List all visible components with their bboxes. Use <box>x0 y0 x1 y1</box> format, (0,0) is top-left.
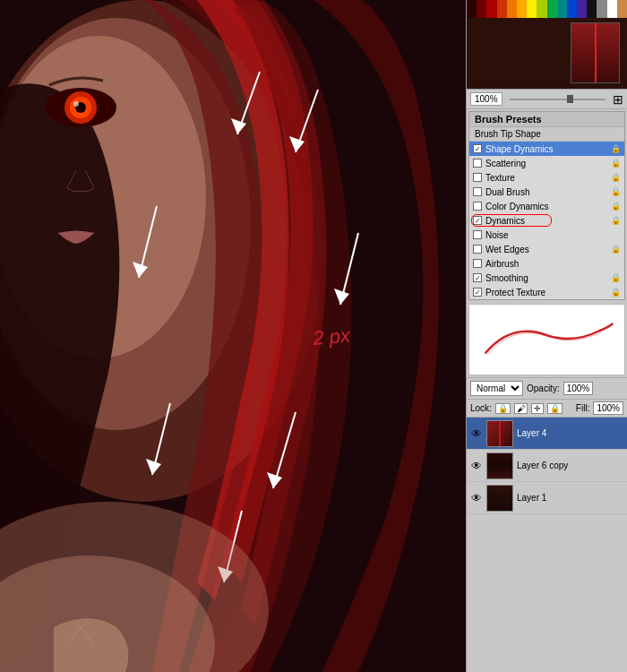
swatch-14[interactable] <box>597 0 606 18</box>
layer-name-6-copy: Layer 6 copy <box>517 461 623 470</box>
swatch-8[interactable] <box>537 0 546 18</box>
swatch-10[interactable] <box>557 0 567 18</box>
checkbox-protect-texture[interactable]: ✓ <box>473 288 482 297</box>
lock-bar: Lock: 🔒 🖌 ✛ 🔒 Fill: 100% <box>467 400 627 418</box>
brush-option-label-wet-edges: Wet Edges <box>485 245 529 254</box>
eye-icon-layer-4[interactable]: 👁 <box>470 427 483 440</box>
lock-move-icon[interactable]: ✛ <box>531 403 544 414</box>
brush-option-label-scattering: Scattering <box>485 159 526 168</box>
brush-option-other-dynamics[interactable]: ✓ Dynamics 🔒 <box>469 213 624 228</box>
checkbox-other-dynamics[interactable]: ✓ <box>473 216 482 225</box>
checkbox-color-dynamics[interactable] <box>473 202 482 211</box>
brush-option-protect-texture[interactable]: ✓ Protect Texture 🔒 <box>469 285 624 299</box>
brush-presets-panel: Brush Presets Brush Tip Shape ✓ Shape Dy… <box>468 111 625 300</box>
lock-icon-wet-edges: 🔒 <box>611 245 621 254</box>
main-container: 2 px <box>0 0 627 672</box>
checkbox-noise[interactable] <box>473 230 482 239</box>
checkbox-airbrush[interactable] <box>473 259 482 268</box>
lock-icon-color-dynamics: 🔒 <box>611 202 621 211</box>
checkbox-scattering[interactable] <box>473 159 482 168</box>
layer-thumb-1 <box>486 485 513 512</box>
brush-option-label-color-dynamics: Color Dynamics <box>485 202 549 211</box>
layer-item-6-copy[interactable]: 👁 Layer 6 copy <box>467 450 627 482</box>
checkbox-shape-dynamics[interactable]: ✓ <box>473 144 482 153</box>
lock-label: Lock: <box>470 403 492 413</box>
opacity-value[interactable]: 100% <box>563 382 594 395</box>
brush-option-dual-brush[interactable]: Dual Brush 🔒 <box>469 185 624 199</box>
svg-point-8 <box>73 101 79 107</box>
canvas-area: 2 px <box>0 0 466 672</box>
zoom-slider-handle[interactable] <box>567 95 573 103</box>
swatch-16[interactable] <box>617 0 627 18</box>
lock-icon-other-dynamics: 🔒 <box>611 216 621 225</box>
eye-icon-layer-1[interactable]: 👁 <box>470 492 483 504</box>
lock-paint-icon[interactable]: 🖌 <box>514 403 528 414</box>
swatch-1[interactable] <box>467 0 477 18</box>
brush-option-label-noise: Noise <box>485 230 509 240</box>
lock-all-icon[interactable]: 🔒 <box>547 403 563 414</box>
svg-rect-26 <box>477 305 617 375</box>
brush-option-smoothing[interactable]: ✓ Smoothing 🔒 <box>469 271 624 285</box>
swatch-9[interactable] <box>547 0 557 18</box>
checkbox-wet-edges[interactable] <box>473 245 482 254</box>
brush-option-label-other-dynamics: Dynamics <box>485 216 525 226</box>
brush-option-color-dynamics[interactable]: Color Dynamics 🔒 <box>469 199 624 213</box>
lock-icon-protect-texture: 🔒 <box>611 288 621 297</box>
swatch-3[interactable] <box>486 0 496 18</box>
brush-option-texture[interactable]: Texture 🔒 <box>469 170 624 185</box>
layer-name-1: Layer 1 <box>517 493 623 503</box>
canvas-svg: 2 px <box>0 0 466 672</box>
brush-option-shape-dynamics[interactable]: ✓ Shape Dynamics 🔒 <box>469 142 624 156</box>
swatch-4[interactable] <box>497 0 507 18</box>
zoom-slider[interactable] <box>510 99 606 100</box>
preview-thumbnail <box>467 18 627 90</box>
brush-option-noise[interactable]: Noise <box>469 228 624 242</box>
brush-option-scattering[interactable]: Scattering 🔒 <box>469 156 624 170</box>
right-panel: 100% ⊞ Brush Presets Brush Tip Shape ✓ S… <box>466 0 627 672</box>
blend-mode-select[interactable]: Normal <box>470 381 523 396</box>
swatch-11[interactable] <box>567 0 577 18</box>
svg-text:2 px: 2 px <box>311 323 352 349</box>
fill-label: Fill: <box>576 403 590 413</box>
brush-option-label-airbrush: Airbrush <box>485 259 519 269</box>
brush-preview-area <box>468 304 625 375</box>
zoom-expand-icon[interactable]: ⊞ <box>613 92 623 107</box>
brush-option-label-protect-texture: Protect Texture <box>485 288 545 297</box>
brush-option-label-smoothing: Smoothing <box>485 273 528 283</box>
lock-icon-shape-dynamics: 🔒 <box>611 144 621 153</box>
lock-icon-texture: 🔒 <box>611 173 621 182</box>
layer-thumb-4 <box>486 420 513 447</box>
opacity-label: Opacity: <box>527 383 560 393</box>
zoom-control: 100% ⊞ <box>467 90 627 109</box>
eye-icon-layer-6[interactable]: 👁 <box>470 460 483 472</box>
checkbox-dual-brush[interactable] <box>473 187 482 196</box>
lock-icon-scattering: 🔒 <box>611 159 621 168</box>
layer-name-4: Layer 4 <box>517 428 623 438</box>
brush-option-label-shape-dynamics: Shape Dynamics <box>485 144 554 154</box>
lock-icon-dual-brush: 🔒 <box>611 187 621 196</box>
brush-tip-shape-row[interactable]: Brush Tip Shape <box>469 127 624 142</box>
layer-item-1[interactable]: 👁 Layer 1 <box>467 482 627 514</box>
color-swatches-bar <box>467 0 627 18</box>
zoom-value[interactable]: 100% <box>470 92 502 106</box>
layer-item-4[interactable]: 👁 Layer 4 <box>467 418 627 450</box>
swatch-12[interactable] <box>577 0 587 18</box>
swatch-6[interactable] <box>517 0 527 18</box>
checkbox-texture[interactable] <box>473 173 482 182</box>
swatch-5[interactable] <box>507 0 517 18</box>
lock-icon-px[interactable]: 🔒 <box>495 403 511 414</box>
layers-list: 👁 Layer 4 👁 Layer 6 copy 👁 <box>467 418 627 672</box>
brush-option-wet-edges[interactable]: Wet Edges 🔒 <box>469 242 624 256</box>
layer-thumb-6 <box>486 452 513 479</box>
checkbox-smoothing[interactable]: ✓ <box>473 273 482 282</box>
brush-option-label-texture: Texture <box>485 173 515 183</box>
swatch-15[interactable] <box>607 0 617 18</box>
brush-option-airbrush[interactable]: Airbrush <box>469 256 624 271</box>
swatch-7[interactable] <box>527 0 537 18</box>
lock-icon-smoothing: 🔒 <box>611 273 621 282</box>
fill-value[interactable]: 100% <box>593 401 623 415</box>
brush-presets-header: Brush Presets <box>469 112 624 127</box>
blend-mode-bar: Normal Opacity: 100% <box>467 377 627 400</box>
swatch-13[interactable] <box>587 0 597 18</box>
swatch-2[interactable] <box>477 0 486 18</box>
